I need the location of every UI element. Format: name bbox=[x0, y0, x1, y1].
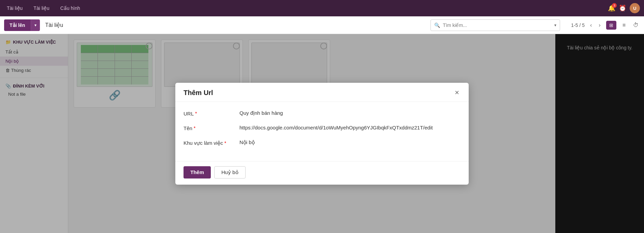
form-row-url: URL * Quy định bán hàng bbox=[184, 110, 460, 117]
url-value: Quy định bán hàng bbox=[239, 110, 460, 116]
url-required-mark: * bbox=[195, 111, 197, 116]
search-bar[interactable]: 🔍 ▾ bbox=[430, 19, 560, 31]
toolbar-title: Tài liệu bbox=[45, 22, 63, 28]
grid-view-button[interactable]: ⊞ bbox=[606, 21, 616, 30]
ten-label: Tên * bbox=[184, 125, 231, 131]
prev-page-button[interactable]: ‹ bbox=[589, 21, 593, 29]
nav-cau-hinh[interactable]: Cấu hình bbox=[58, 4, 83, 12]
add-url-modal: Thêm Url × URL * Quy định bán hàng Tên bbox=[175, 83, 469, 185]
top-nav-icons: 🔔 3 ⏰ U bbox=[608, 3, 640, 13]
list-view-button[interactable]: ≡ bbox=[620, 21, 628, 30]
khu-vuc-value: Nội bộ bbox=[239, 139, 460, 145]
notification-bell[interactable]: 🔔 3 bbox=[608, 4, 615, 12]
modal-footer: Thêm Huỷ bỏ bbox=[175, 161, 469, 185]
main-area: 📁 KHU VỰC LÀM VIỆC Tất cả Nội bộ 🗑 Thùng… bbox=[0, 34, 644, 233]
clock-nav-icon[interactable]: ⏰ bbox=[619, 4, 626, 12]
upload-button-group: Tải lên ▾ bbox=[4, 19, 40, 31]
form-row-ten: Tên * https://docs.google.com/document/d… bbox=[184, 125, 460, 131]
khu-vuc-label: Khu vực làm việc * bbox=[184, 139, 231, 146]
modal-overlay: Thêm Url × URL * Quy định bán hàng Tên bbox=[0, 34, 644, 233]
search-dropdown-icon[interactable]: ▾ bbox=[554, 23, 556, 28]
them-button[interactable]: Thêm bbox=[184, 166, 211, 178]
toolbar: Tải lên ▾ Tài liệu 🔍 ▾ 1-5 / 5 ‹ › ⊞ ≡ ⏱ bbox=[0, 16, 644, 34]
upload-caret-button[interactable]: ▾ bbox=[31, 19, 40, 31]
nav-tai-lieu-1[interactable]: Tài liệu bbox=[4, 4, 25, 12]
history-button[interactable]: ⏱ bbox=[632, 21, 640, 30]
search-input[interactable] bbox=[443, 22, 552, 28]
khu-vuc-required-mark: * bbox=[224, 140, 226, 146]
user-avatar[interactable]: U bbox=[630, 3, 640, 13]
ten-value: https://docs.google.com/document/d/1oWuM… bbox=[239, 125, 460, 130]
upload-main-button[interactable]: Tải lên bbox=[4, 19, 31, 31]
toolbar-right: 1-5 / 5 ‹ › ⊞ ≡ ⏱ bbox=[571, 21, 640, 30]
top-nav: Tài liệu Tài liệu Cấu hình 🔔 3 ⏰ U bbox=[0, 0, 644, 16]
huy-bo-button[interactable]: Huỷ bỏ bbox=[214, 166, 246, 178]
search-icon: 🔍 bbox=[434, 22, 440, 28]
form-row-khu-vuc: Khu vực làm việc * Nội bộ bbox=[184, 139, 460, 146]
modal-title: Thêm Url bbox=[184, 89, 213, 97]
modal-body: URL * Quy định bán hàng Tên * https://do… bbox=[175, 102, 469, 161]
nav-tai-lieu-2[interactable]: Tài liệu bbox=[31, 4, 52, 12]
notification-count: 3 bbox=[612, 3, 617, 8]
modal-close-button[interactable]: × bbox=[453, 89, 460, 96]
next-page-button[interactable]: › bbox=[597, 21, 602, 29]
url-label: URL * bbox=[184, 110, 231, 117]
modal-header: Thêm Url × bbox=[175, 83, 469, 102]
page-info: 1-5 / 5 bbox=[571, 22, 585, 28]
ten-required-mark: * bbox=[194, 125, 195, 131]
